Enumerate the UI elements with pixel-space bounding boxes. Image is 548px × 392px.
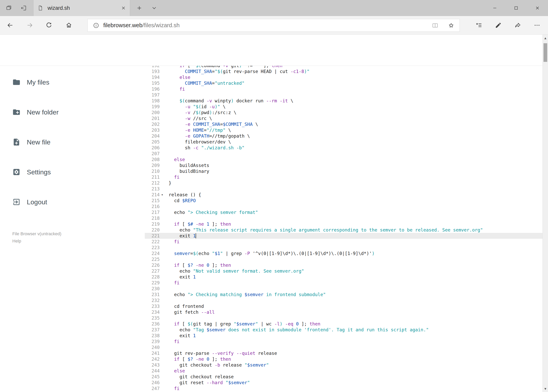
code-line-214[interactable]: 214▾release () { xyxy=(145,192,542,198)
code-line-245[interactable]: 245 git checkout release xyxy=(145,374,542,380)
code-line-220[interactable]: 220 echo "This release script requires a… xyxy=(145,227,542,233)
tab-preview-icon[interactable] xyxy=(3,0,15,16)
code-line-242[interactable]: 242 if [ $? -ne 0 ]; then xyxy=(145,356,542,362)
code-line-231[interactable]: 231 echo "> Checking matching $semver in… xyxy=(145,292,542,297)
code-line-192[interactable]: 192 if [ "$(command -v git)" != "" ]; th… xyxy=(145,66,542,69)
code-line-207[interactable]: 207 xyxy=(145,151,542,157)
tab-close-icon[interactable] xyxy=(121,6,126,11)
refresh-button[interactable] xyxy=(43,19,55,31)
set-tabs-aside-icon[interactable] xyxy=(18,0,29,16)
code-line-238[interactable]: 238 exit 1 xyxy=(145,333,542,339)
code-line-195[interactable]: 195 COMMIT_SHA="untracked" xyxy=(145,80,542,86)
sidebar-item-settings[interactable]: Settings xyxy=(0,163,145,181)
vertical-scrollbar[interactable]: ▲ ▼ xyxy=(542,35,548,392)
minimize-button[interactable] xyxy=(484,0,505,16)
code-line-219[interactable]: 219 if [ $# -ne 1 ]; then xyxy=(145,221,542,227)
new-tab-button[interactable] xyxy=(133,0,145,16)
code-line-243[interactable]: 243 git checkout -b release "$semver" xyxy=(145,362,542,368)
code-line-215[interactable]: 215 cd $REPO xyxy=(145,198,542,203)
code-line-194[interactable]: 194 else xyxy=(145,74,542,80)
code-line-234[interactable]: 234 git fetch --all xyxy=(145,309,542,315)
code-line-213[interactable]: 213 xyxy=(145,186,542,192)
favorite-star-icon[interactable] xyxy=(448,22,454,29)
line-number: 204 xyxy=(145,133,160,139)
code-line-226[interactable]: 226 if [ $? -ne 0 ]; then xyxy=(145,262,542,268)
code-line-217[interactable]: 217 echo "> Checking semver format" xyxy=(145,210,542,215)
code-line-221[interactable]: 221 exit 1 xyxy=(145,233,542,239)
scroll-down-arrow[interactable]: ▼ xyxy=(543,385,548,392)
line-number: 243 xyxy=(145,362,160,368)
code-line-216[interactable]: 216 xyxy=(145,203,542,210)
line-number: 219 xyxy=(145,221,160,227)
code-line-199[interactable]: 199 -u "$(id -u)" \ xyxy=(145,104,542,110)
code-line-233[interactable]: 233 cd frontend xyxy=(145,303,542,309)
code-line-209[interactable]: 209 buildAssets xyxy=(145,162,542,168)
code-line-204[interactable]: 204 -e GOPATH=//tmp/gopath \ xyxy=(145,133,542,139)
code-line-224[interactable]: 224 semver=$(echo "$1" | grep -P '^v(0|[… xyxy=(145,251,542,256)
code-line-227[interactable]: 227 echo "Not valid semver format. See s… xyxy=(145,268,542,274)
code-line-232[interactable]: 232 xyxy=(145,297,542,303)
help-link[interactable]: Help xyxy=(12,237,62,245)
code-text: exit 1 xyxy=(165,333,542,339)
share-icon[interactable] xyxy=(512,19,524,31)
code-line-223[interactable]: 223 xyxy=(145,245,542,251)
code-line-200[interactable]: 200 -v /$(pwd):/src:z \ xyxy=(145,110,542,115)
gutter-spacer xyxy=(160,168,165,174)
fold-marker-icon[interactable]: ▾ xyxy=(160,192,165,198)
code-line-193[interactable]: 193 COMMIT_SHA="$(git rev-parse HEAD | c… xyxy=(145,69,542,74)
code-line-211[interactable]: 211 fi xyxy=(145,174,542,180)
site-info-icon[interactable] xyxy=(93,22,99,29)
code-line-197[interactable]: 197 xyxy=(145,92,542,98)
tab-list-chevron-icon[interactable] xyxy=(148,0,160,16)
code-line-203[interactable]: 203 -e HOME="//tmp" \ xyxy=(145,127,542,133)
code-line-244[interactable]: 244 else xyxy=(145,368,542,374)
code-line-205[interactable]: 205 filebrowser/dev \ xyxy=(145,139,542,145)
forward-button[interactable] xyxy=(24,19,36,31)
sidebar-item-my-files[interactable]: My files xyxy=(0,73,145,91)
line-number: 202 xyxy=(145,121,160,127)
scroll-up-arrow[interactable]: ▲ xyxy=(543,35,548,41)
code-line-202[interactable]: 202 -e COMMIT_SHA=$COMMIT_SHA \ xyxy=(145,121,542,127)
back-button[interactable] xyxy=(4,19,16,31)
code-line-206[interactable]: 206 sh -c "./wizard.sh -b" xyxy=(145,145,542,151)
web-note-icon[interactable] xyxy=(492,19,504,31)
window-close-button[interactable] xyxy=(527,0,548,16)
code-lines: 192 if [ "$(command -v git)" != "" ]; th… xyxy=(145,66,542,392)
code-line-218[interactable]: 218 xyxy=(145,215,542,221)
code-line-239[interactable]: 239 fi xyxy=(145,339,542,344)
browser-tab[interactable]: wizard.sh xyxy=(33,0,130,16)
code-text xyxy=(165,286,542,292)
code-editor[interactable]: 192 if [ "$(command -v git)" != "" ]; th… xyxy=(145,66,542,392)
code-line-196[interactable]: 196 fi xyxy=(145,86,542,92)
code-line-229[interactable]: 229 fi xyxy=(145,280,542,286)
folder-plus-icon xyxy=(12,108,21,116)
code-line-201[interactable]: 201 -w //src \ xyxy=(145,115,542,121)
sidebar-item-new-folder[interactable]: New folder xyxy=(0,103,145,121)
code-line-237[interactable]: 237 echo "Tag $semver does not exist in … xyxy=(145,327,542,333)
line-number: 214 xyxy=(145,192,160,198)
code-text: echo "> Checking matching $semver in fro… xyxy=(165,292,542,297)
reading-view-icon[interactable] xyxy=(432,22,438,29)
code-line-240[interactable]: 240 xyxy=(145,344,542,350)
code-line-212[interactable]: 212} xyxy=(145,180,542,186)
code-line-208[interactable]: 208 else xyxy=(145,157,542,162)
sidebar-item-new-file[interactable]: New file xyxy=(0,133,145,151)
maximize-button[interactable] xyxy=(505,0,527,16)
code-line-198[interactable]: 198 $(command -v winpty) docker run --rm… xyxy=(145,98,542,104)
code-line-247[interactable]: 247 fi xyxy=(145,385,542,392)
sidebar-item-logout[interactable]: Logout xyxy=(0,193,145,211)
code-line-228[interactable]: 228 exit 1 xyxy=(145,274,542,280)
code-line-246[interactable]: 246 git reset --hard "$semver" xyxy=(145,380,542,385)
scrollbar-thumb[interactable] xyxy=(543,43,547,62)
home-button[interactable] xyxy=(63,19,75,31)
url-field[interactable]: filebrowser.web/files/wizard.sh xyxy=(87,19,460,32)
more-options-icon[interactable] xyxy=(531,19,543,31)
code-line-230[interactable]: 230 xyxy=(145,286,542,292)
code-line-210[interactable]: 210 buildBinary xyxy=(145,168,542,174)
code-line-222[interactable]: 222 fi xyxy=(145,239,542,245)
code-line-236[interactable]: 236 if [ $(git tag | grep "$semver" | wc… xyxy=(145,321,542,327)
hub-favorites-icon[interactable] xyxy=(473,19,485,31)
code-line-225[interactable]: 225 xyxy=(145,256,542,262)
code-line-235[interactable]: 235 xyxy=(145,315,542,321)
code-line-241[interactable]: 241 git rev-parse --verify --quiet relea… xyxy=(145,350,542,356)
